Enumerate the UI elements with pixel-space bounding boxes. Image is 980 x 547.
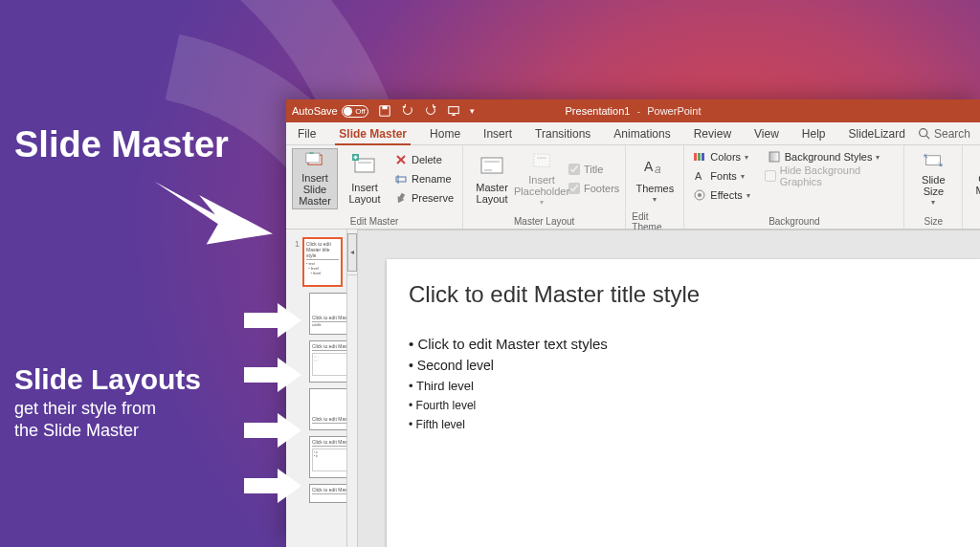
thumb-number: 1 (290, 237, 300, 249)
thumb-title: Click to edit Master title style (312, 343, 347, 351)
close-master-view-button[interactable]: Close Master View (969, 148, 980, 209)
preserve-label: Preserve (412, 192, 454, 204)
svg-rect-8 (355, 159, 374, 172)
tab-view[interactable]: View (743, 122, 791, 144)
autosave-toggle[interactable]: AutoSave Off (292, 105, 368, 118)
slide-size-label: Slide Size (922, 174, 945, 197)
layout-thumbnail[interactable]: Click to edit Master title style • a• b•… (309, 436, 347, 478)
search-box[interactable]: Search (918, 122, 980, 144)
thumb-title: Click to edit Master title style (306, 241, 339, 260)
tab-home[interactable]: Home (418, 122, 472, 144)
window-title: Presentation1 - PowerPoint (566, 105, 702, 117)
insert-slide-master-label: Insert Slide Master (295, 172, 335, 207)
annotation-layouts-sub: get their style from the Slide Master (14, 398, 201, 443)
hide-bg-checkbox[interactable]: Hide Background Graphics (765, 167, 899, 185)
thumb-title: Click to edit Master title style (312, 439, 347, 447)
horizontal-ruler: 16151413121110987654321012 (358, 230, 980, 230)
footers-checkbox[interactable]: Footers (568, 180, 619, 197)
redo-icon[interactable] (424, 104, 437, 118)
delete-button[interactable]: Delete (391, 151, 457, 168)
workspace: 1 Click to edit Master title style • tex… (286, 230, 980, 547)
undo-icon[interactable] (401, 104, 414, 118)
autosave-state: Off (355, 107, 366, 116)
powerpoint-window: AutoSave Off ▾ Presentation1 - PowerPoin… (286, 99, 980, 547)
layout-thumbnail[interactable]: Click to edit Master title style (309, 388, 347, 430)
group-master-layout: Master Layout Insert Placeholder▾ Title … (463, 145, 626, 229)
doc-name: Presentation1 (566, 105, 631, 117)
search-label: Search (934, 127, 970, 141)
insert-placeholder-button[interactable]: Insert Placeholder▾ (519, 148, 565, 209)
slide-canvas[interactable]: Click to edit Master title style Click t… (358, 230, 980, 547)
body-level-5: Fifth level (409, 415, 958, 434)
svg-rect-17 (481, 158, 502, 173)
layout-thumbnail[interactable]: Click to edit Master title style □ □□ □ (309, 340, 347, 383)
tab-review[interactable]: Review (682, 122, 743, 144)
vertical-ruler: ◂ (347, 230, 358, 547)
slide-size-button[interactable]: Slide Size▾ (910, 148, 956, 209)
master-layout-icon (479, 153, 505, 180)
arrow-layout-icon (244, 411, 301, 449)
tab-insert[interactable]: Insert (472, 122, 523, 144)
layout-thumbnail[interactable]: Click to edit Master title style subtitl… (309, 293, 347, 335)
title-checkbox-label: Title (584, 164, 603, 175)
arrow-master-icon (148, 167, 273, 263)
group-edit-master: Insert Slide Master Insert Layout Delete… (286, 145, 463, 229)
svg-text:A: A (695, 170, 702, 182)
tab-animations[interactable]: Animations (602, 122, 681, 144)
qat-customize-icon[interactable]: ▾ (470, 106, 475, 116)
effects-button[interactable]: Effects▾ (690, 186, 752, 204)
collapse-handle[interactable]: ◂ (347, 230, 357, 275)
themes-label: Themes (635, 183, 674, 194)
hide-bg-label: Hide Background Graphics (780, 164, 899, 187)
thumb-title: Click to edit Master title style (312, 416, 347, 424)
save-icon[interactable] (378, 104, 391, 118)
insert-slide-master-icon (301, 151, 328, 170)
canvas-area: 16151413121110987654321012 Click to edit… (358, 230, 980, 547)
svg-line-4 (926, 136, 929, 139)
title-bar: AutoSave Off ▾ Presentation1 - PowerPoin… (286, 99, 980, 122)
rename-button[interactable]: Rename (391, 170, 457, 187)
bg-styles-button[interactable]: Background Styles▾ (765, 148, 899, 165)
tab-file[interactable]: File (286, 122, 327, 144)
tab-help[interactable]: Help (791, 122, 837, 144)
colors-button[interactable]: Colors▾ (690, 148, 752, 165)
body-level-1: Click to edit Master text styles (409, 333, 958, 355)
colors-label: Colors (710, 151, 741, 163)
annotation-slide-layouts: Slide Layouts get their style from the S… (14, 363, 201, 443)
tab-slidelizard[interactable]: SlideLizard (837, 122, 917, 144)
master-layout-button[interactable]: Master Layout (469, 148, 515, 209)
tab-transitions[interactable]: Transitions (523, 122, 602, 144)
body-level-4: Fourth level (409, 396, 958, 415)
themes-button[interactable]: Aa Themes▾ (632, 148, 678, 209)
effects-icon (693, 188, 706, 202)
svg-rect-7 (309, 152, 313, 153)
svg-point-3 (920, 129, 927, 137)
preserve-button[interactable]: Preserve (391, 189, 457, 207)
insert-slide-master-button[interactable]: Insert Slide Master (292, 148, 338, 209)
master-thumbnail[interactable]: Click to edit Master title style • text … (302, 237, 343, 287)
group-label-background: Background (768, 214, 819, 229)
tab-slide-master[interactable]: Slide Master (327, 122, 418, 144)
arrow-layout-icon (244, 301, 301, 339)
insert-layout-button[interactable]: Insert Layout (342, 148, 388, 209)
search-icon (918, 127, 930, 140)
title-checkbox[interactable]: Title (568, 161, 619, 178)
ribbon-tabs: File Slide Master Home Insert Transition… (286, 122, 980, 145)
autosave-label: AutoSave (292, 105, 338, 117)
svg-rect-25 (698, 153, 701, 161)
ribbon: Insert Slide Master Insert Layout Delete… (286, 145, 980, 230)
fonts-button[interactable]: A Fonts▾ (690, 167, 752, 185)
slide-master-preview[interactable]: Click to edit Master title style Click t… (387, 259, 980, 547)
svg-rect-6 (306, 153, 320, 163)
group-label-edit-master: Edit Master (350, 214, 399, 229)
app-name: PowerPoint (647, 105, 701, 117)
thumb-title: Click to edit Master title style (312, 315, 347, 322)
body-placeholder[interactable]: Click to edit Master text styles Second … (408, 326, 959, 441)
bg-styles-label: Background Styles (785, 151, 873, 163)
title-placeholder[interactable]: Click to edit Master title style (408, 276, 959, 313)
group-label-size: Size (924, 214, 943, 229)
slideshow-icon[interactable] (447, 104, 460, 118)
layout-thumbnail[interactable]: Click to edit Master title style (309, 484, 347, 503)
slide-size-icon (920, 150, 947, 172)
group-edit-theme: Aa Themes▾ Edit Theme (626, 145, 684, 229)
